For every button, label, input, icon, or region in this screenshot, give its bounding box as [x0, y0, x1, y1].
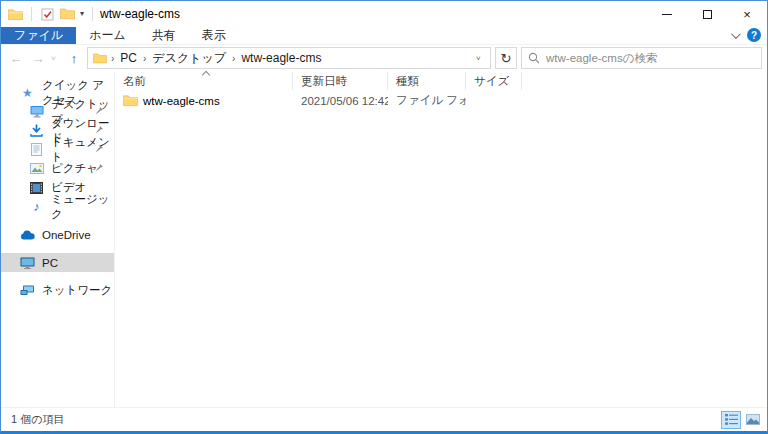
- sidebar-item-music[interactable]: ♪ ミュージック: [1, 197, 114, 216]
- forward-button[interactable]: →: [29, 51, 47, 66]
- thumbnail-view-button[interactable]: [743, 411, 763, 429]
- help-icon[interactable]: ?: [747, 28, 761, 42]
- close-button[interactable]: ×: [727, 1, 767, 27]
- quick-access-toolbar: ▾: [1, 7, 96, 21]
- thumbnail-view-icon: [746, 414, 760, 425]
- item-count: 1 個の項目: [11, 412, 64, 427]
- new-folder-icon[interactable]: [60, 7, 75, 21]
- toolbar-separator: [92, 7, 93, 21]
- window-title: wtw-eagle-cms: [100, 7, 180, 21]
- sidebar-item-label: ミュージック: [51, 192, 114, 222]
- pin-icon: [94, 144, 104, 154]
- window-controls: ×: [647, 1, 767, 27]
- file-name-cell: wtw-eagle-cms: [115, 94, 293, 108]
- address-bar[interactable]: › PC › デスクトップ › wtw-eagle-cms ˅: [87, 47, 491, 69]
- search-box: [521, 47, 762, 69]
- properties-icon[interactable]: [40, 7, 55, 21]
- file-row[interactable]: wtw-eagle-cms 2021/05/06 12:42 ファイル フォルダ…: [115, 91, 767, 110]
- file-modified: 2021/05/06 12:42: [293, 95, 388, 107]
- breadcrumb-folder-icon: [92, 51, 107, 65]
- sidebar-item-documents[interactable]: ドキュメント: [1, 140, 114, 159]
- address-dropdown-icon[interactable]: ˅: [476, 54, 486, 63]
- pictures-icon: [29, 162, 44, 176]
- sidebar-item-label: PC: [42, 257, 58, 269]
- details-view-icon: [725, 414, 738, 425]
- explorer-window: ▾ wtw-eagle-cms × ファイル ホーム 共有 表示 ? ← → ˅…: [0, 0, 768, 434]
- music-note-icon: ♪: [29, 200, 44, 214]
- search-input[interactable]: [546, 52, 755, 64]
- toolbar-separator: [31, 7, 32, 21]
- status-bar: 1 個の項目: [1, 407, 767, 431]
- sidebar-item-label: ピクチャ: [51, 161, 98, 176]
- ribbon-tab-row: ファイル ホーム 共有 表示 ?: [1, 27, 767, 45]
- file-name: wtw-eagle-cms: [143, 95, 220, 107]
- sidebar-item-onedrive[interactable]: OneDrive: [1, 225, 114, 244]
- breadcrumb-separator: ›: [232, 53, 235, 64]
- minimize-icon: [662, 14, 672, 15]
- close-icon: ×: [743, 8, 751, 21]
- tab-share[interactable]: 共有: [139, 27, 189, 44]
- search-icon: [528, 52, 540, 64]
- videos-icon: [29, 181, 44, 195]
- breadcrumb-item-pc[interactable]: PC: [120, 51, 137, 65]
- sidebar-item-label: OneDrive: [42, 229, 91, 241]
- sidebar-item-network[interactable]: ネットワーク: [1, 281, 114, 300]
- sidebar-item-pc[interactable]: PC: [1, 253, 114, 272]
- breadcrumb-separator: ›: [143, 53, 146, 64]
- main-area: ★ クイック アクセス デスクトップ ダウンロード: [1, 71, 767, 407]
- network-icon: [20, 284, 35, 298]
- recent-locations-caret-icon[interactable]: ˅: [51, 54, 61, 63]
- pin-icon: [94, 106, 104, 116]
- navigation-row: ← → ˅ ↑ › PC › デスクトップ › wtw-eagle-cms ˅ …: [1, 45, 767, 71]
- minimize-button[interactable]: [647, 1, 687, 27]
- folder-icon: [123, 94, 138, 108]
- maximize-button[interactable]: [687, 1, 727, 27]
- app-folder-icon: [8, 7, 23, 21]
- pin-icon: [94, 125, 104, 135]
- pc-icon: [20, 256, 35, 270]
- sidebar-item-label: ネットワーク: [42, 283, 112, 298]
- tab-file[interactable]: ファイル: [1, 27, 76, 44]
- desktop-icon: [29, 105, 44, 119]
- navigation-pane: ★ クイック アクセス デスクトップ ダウンロード: [1, 71, 115, 407]
- tab-home[interactable]: ホーム: [76, 27, 139, 44]
- up-button[interactable]: ↑: [65, 51, 83, 66]
- quick-access-star-icon: ★: [20, 86, 35, 100]
- refresh-button[interactable]: ↻: [495, 47, 517, 69]
- tab-view[interactable]: 表示: [189, 27, 239, 44]
- onedrive-cloud-icon: [20, 228, 35, 242]
- file-rows: wtw-eagle-cms 2021/05/06 12:42 ファイル フォルダ…: [115, 91, 767, 407]
- breadcrumb-item-current[interactable]: wtw-eagle-cms: [241, 51, 321, 65]
- pin-icon: [94, 163, 104, 173]
- breadcrumb: › PC › デスクトップ › wtw-eagle-cms: [111, 50, 321, 67]
- title-bar: ▾ wtw-eagle-cms ×: [1, 1, 767, 27]
- breadcrumb-item-desktop[interactable]: デスクトップ: [152, 50, 226, 67]
- file-type: ファイル フォルダー: [388, 93, 466, 108]
- downloads-icon: [29, 124, 44, 138]
- file-list-pane: 名前 更新日時 種類 サイズ wtw-eagle-cms 2021/05/06 …: [115, 71, 767, 407]
- back-button[interactable]: ←: [7, 51, 25, 66]
- column-header-size[interactable]: サイズ: [466, 72, 522, 90]
- column-header-type[interactable]: 種類: [388, 72, 466, 90]
- qat-customize-caret-icon[interactable]: ▾: [80, 10, 84, 18]
- column-header-modified[interactable]: 更新日時: [293, 72, 388, 90]
- details-view-button[interactable]: [721, 411, 741, 429]
- view-toggle-buttons: [721, 411, 763, 429]
- maximize-icon: [703, 10, 712, 19]
- breadcrumb-separator: ›: [111, 53, 114, 64]
- column-header-row: 名前 更新日時 種類 サイズ: [115, 72, 767, 91]
- ribbon-right-controls: ?: [731, 28, 761, 42]
- documents-icon: [29, 143, 44, 157]
- expand-ribbon-icon[interactable]: [731, 29, 741, 39]
- sidebar-item-pictures[interactable]: ピクチャ: [1, 159, 114, 178]
- refresh-icon: ↻: [501, 51, 512, 66]
